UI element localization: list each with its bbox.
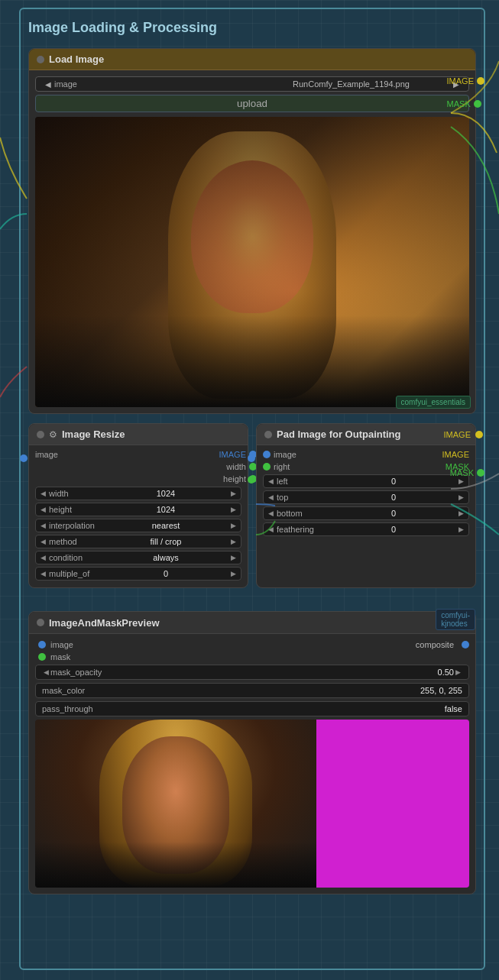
resize-width-row: width — [35, 462, 241, 471]
bottom-ctrl-label: bottom — [277, 509, 330, 518]
preview-header: ImageAndMaskPreview ? — [29, 612, 475, 634]
preview-image-port-row: image composite — [35, 640, 469, 649]
pad-body: image IMAGE right MASK ◀ left 0 ▶ — [257, 445, 475, 543]
main-frame: Image Loading & Processing Load Image IM… — [19, 8, 485, 970]
image-resize-node: ⚙ Image Resize image IMAGE width — [28, 423, 248, 588]
image-selector[interactable]: ◀ image RunComfy_Example_1194.png ▶ — [35, 76, 469, 92]
resize-width-control[interactable]: ◀ width 1024 ▶ — [35, 487, 241, 500]
pad-mask-out-label: MASK — [450, 468, 474, 477]
pad-right-in-port[interactable] — [248, 476, 255, 484]
opacity-decrease-btn[interactable]: ◀ — [42, 668, 50, 676]
portrait-clothing — [35, 315, 469, 407]
badge-spacer — [28, 597, 476, 611]
pad-mask-out-dot[interactable] — [477, 469, 484, 477]
height-ctrl-value: 1024 — [104, 505, 228, 514]
left-decrease-btn[interactable]: ◀ — [267, 477, 275, 485]
pad-image-in-dot[interactable] — [248, 454, 255, 462]
top-increase-btn[interactable]: ▶ — [457, 493, 465, 501]
width-ctrl-label: width — [49, 489, 102, 498]
method-decrease-btn[interactable]: ◀ — [39, 538, 47, 545]
resize-status-dot — [37, 431, 44, 438]
pad-image-out-dot[interactable] — [475, 431, 483, 438]
preview-composite-out-dot[interactable] — [462, 641, 469, 648]
pad-image-out-label: IMAGE — [444, 430, 471, 439]
preview-mask-in-dot[interactable] — [38, 653, 46, 661]
pad-image-left-dot[interactable] — [263, 451, 271, 458]
feathering-ctrl-label: feathering — [277, 525, 330, 534]
left-increase-btn[interactable]: ▶ — [457, 477, 465, 485]
condition-ctrl-value: always — [104, 553, 228, 562]
condition-decrease-btn[interactable]: ◀ — [39, 554, 47, 561]
resize-image-label: image — [35, 450, 139, 459]
pad-right-left-dot[interactable] — [263, 463, 271, 471]
resize-width-label: width — [35, 462, 246, 471]
top-ctrl-label: top — [277, 493, 330, 502]
method-increase-btn[interactable]: ▶ — [229, 538, 238, 545]
feathering-increase-btn[interactable]: ▶ — [457, 526, 465, 533]
resize-image-port-dot[interactable] — [20, 454, 28, 462]
preview-image-in-label: image — [50, 640, 411, 649]
pad-bottom-control[interactable]: ◀ bottom 0 ▶ — [263, 506, 469, 520]
resize-image-in-port[interactable] — [20, 454, 28, 462]
pad-feathering-control[interactable]: ◀ feathering 0 ▶ — [263, 522, 469, 536]
left-ctrl-label: left — [277, 477, 330, 486]
resize-image-port-label: IMAGE — [142, 450, 246, 459]
preview-body: image composite mask ◀ mask_opacity 0.50… — [29, 634, 475, 894]
upload-button[interactable]: upload — [35, 95, 469, 112]
pad-image-in-port[interactable] — [248, 454, 255, 462]
interp-ctrl-label: interpolation — [49, 521, 102, 530]
pad-image-row: image IMAGE — [263, 450, 469, 459]
pad-image-out-label-inline: IMAGE — [300, 450, 469, 459]
resize-height-row: height — [35, 474, 241, 484]
height-decrease-btn[interactable]: ◀ — [39, 506, 47, 513]
pad-left-control[interactable]: ◀ left 0 ▶ — [263, 474, 469, 488]
mask-opacity-control[interactable]: ◀ mask_opacity 0.50 ▶ — [35, 665, 469, 680]
prev-image-button[interactable]: ◀ — [42, 80, 54, 89]
preview-clothing — [35, 842, 316, 888]
feathering-ctrl-value: 0 — [332, 525, 455, 534]
preview-right-panel — [316, 720, 469, 888]
pad-mask-out-port[interactable]: MASK — [450, 468, 484, 477]
width-increase-btn[interactable]: ▶ — [229, 490, 238, 497]
top-decrease-btn[interactable]: ◀ — [267, 493, 275, 501]
multipleof-decrease-btn[interactable]: ◀ — [39, 570, 47, 577]
preview-composite-value: composite — [416, 640, 454, 649]
bottom-increase-btn[interactable]: ▶ — [457, 509, 465, 517]
interp-increase-btn[interactable]: ▶ — [229, 522, 238, 529]
width-decrease-btn[interactable]: ◀ — [39, 490, 47, 497]
preview-status-dot — [37, 619, 44, 626]
preview-mask-port-row: mask — [35, 652, 469, 661]
pad-right-row: right MASK — [263, 462, 469, 471]
resize-method-control[interactable]: ◀ method fill / crop ▶ — [35, 535, 241, 548]
interp-decrease-btn[interactable]: ◀ — [39, 522, 47, 529]
opacity-value: 0.50 — [185, 668, 454, 677]
resize-body: image IMAGE width height ◀ width 1024 — [29, 445, 248, 587]
condition-increase-btn[interactable]: ▶ — [229, 554, 238, 561]
resize-multipleof-control[interactable]: ◀ multiple_of 0 ▶ — [35, 567, 241, 581]
resize-image-row: image IMAGE — [35, 450, 241, 459]
feathering-decrease-btn[interactable]: ◀ — [267, 526, 275, 533]
opacity-increase-btn[interactable]: ▶ — [454, 668, 462, 676]
preview-title: ImageAndMaskPreview — [49, 617, 160, 629]
pass-through-control[interactable]: pass_through false — [35, 701, 469, 716]
bottom-decrease-btn[interactable]: ◀ — [267, 509, 275, 517]
pad-top-control[interactable]: ◀ top 0 ▶ — [263, 490, 469, 504]
image-preview — [35, 117, 469, 407]
mask-output-port[interactable]: MASK — [447, 99, 484, 108]
top-ctrl-value: 0 — [332, 493, 455, 502]
pad-header: Pad Image for Outpainting IMAGE — [257, 424, 475, 445]
resize-height-control[interactable]: ◀ height 1024 ▶ — [35, 503, 241, 516]
pad-image-label: image — [274, 450, 296, 459]
image-output-label: IMAGE — [447, 76, 474, 86]
pass-through-value: false — [182, 704, 462, 713]
multipleof-increase-btn[interactable]: ▶ — [229, 570, 238, 577]
resize-condition-control[interactable]: ◀ condition always ▶ — [35, 551, 241, 564]
resize-interp-control[interactable]: ◀ interpolation nearest ▶ — [35, 519, 241, 532]
mask-color-control[interactable]: mask_color 255, 0, 255 — [35, 683, 469, 698]
mask-port-dot[interactable] — [474, 100, 481, 108]
image-port-dot[interactable] — [477, 77, 484, 85]
height-increase-btn[interactable]: ▶ — [229, 506, 238, 513]
pad-right-in-dot[interactable] — [248, 476, 255, 484]
image-output-port[interactable]: IMAGE — [447, 76, 484, 86]
preview-image-in-dot[interactable] — [38, 641, 46, 648]
